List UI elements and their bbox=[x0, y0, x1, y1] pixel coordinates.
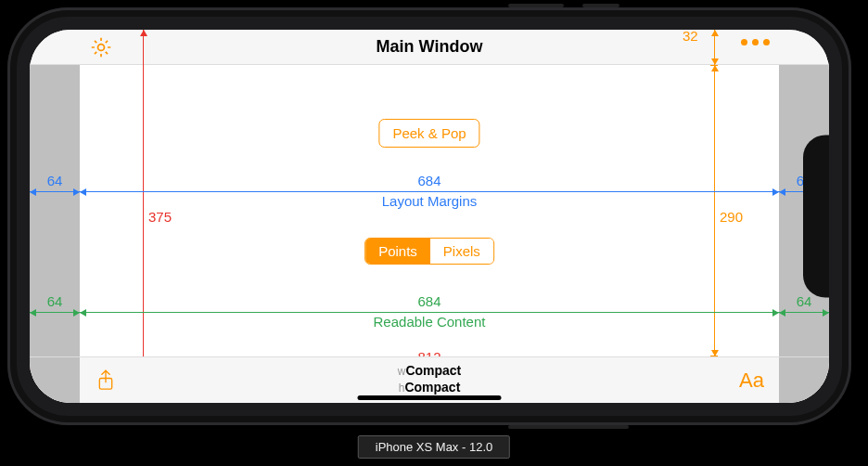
unit-option-points[interactable]: Points bbox=[365, 239, 430, 264]
size-class-w-value: Compact bbox=[405, 363, 461, 378]
unit-option-pixels[interactable]: Pixels bbox=[430, 239, 493, 264]
home-indicator bbox=[358, 395, 502, 400]
peek-pop-button[interactable]: Peek & Pop bbox=[378, 119, 479, 148]
vertical-inset-ruler: 32 290 53 bbox=[703, 30, 727, 403]
text-style-icon[interactable]: Aa bbox=[739, 369, 764, 393]
screen-height-value: 375 bbox=[148, 209, 172, 225]
side-button bbox=[508, 4, 564, 7]
readable-content-ruler: 64 684 64 Readable Content bbox=[30, 295, 829, 327]
device-frame: Main Window 375 32 bbox=[7, 7, 851, 425]
screen-height-ruler: 375 bbox=[132, 30, 156, 403]
side-button bbox=[582, 4, 619, 7]
device-label: iPhone XS Max - 12.0 bbox=[358, 435, 510, 459]
navbar-height-value: 32 bbox=[683, 30, 698, 44]
device-bezel: Main Window 375 32 bbox=[17, 17, 842, 416]
size-class-readout: wCompact hCompact bbox=[30, 363, 829, 396]
readable-content-width: 684 bbox=[30, 293, 829, 309]
device-screen: Main Window 375 32 bbox=[30, 30, 829, 403]
more-icon[interactable] bbox=[741, 39, 770, 45]
bottom-toolbar: wCompact hCompact Aa bbox=[30, 356, 829, 403]
layout-margins-ruler: 64 684 64 Layout Margins bbox=[30, 175, 829, 206]
sensor-notch bbox=[803, 136, 829, 298]
layout-margins-label: Layout Margins bbox=[30, 193, 829, 209]
side-button bbox=[508, 425, 629, 429]
readable-content-label: Readable Content bbox=[30, 314, 829, 330]
unit-segmented-control[interactable]: Points Pixels bbox=[364, 238, 494, 265]
content-height-value: 290 bbox=[720, 209, 743, 225]
layout-margins-width: 684 bbox=[30, 173, 829, 188]
size-class-h-value: Compact bbox=[404, 380, 460, 395]
content-area: 375 32 290 53 Peek & Pop bbox=[30, 65, 829, 356]
